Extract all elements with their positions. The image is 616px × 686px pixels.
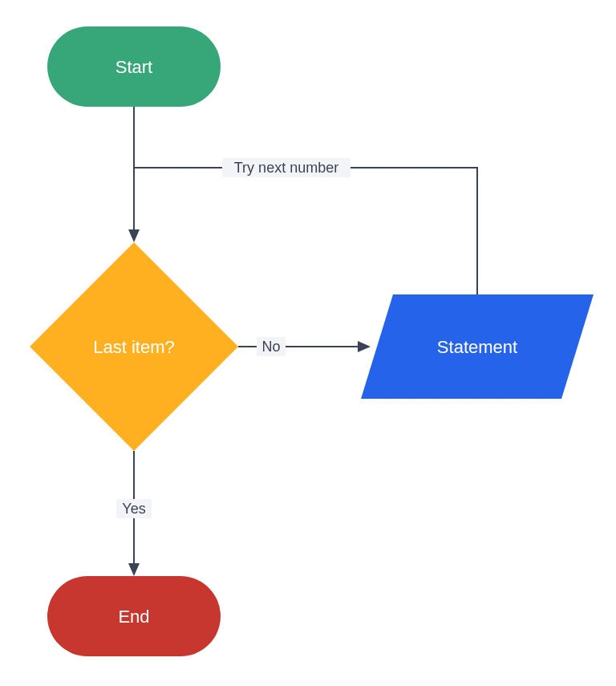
svg-marker-3 — [128, 563, 140, 576]
edge-label-yes: Yes — [122, 501, 145, 517]
edge-statement-to-decision: Try next number — [134, 158, 477, 294]
edge-start-to-decision — [128, 107, 140, 242]
node-decision: Last item? — [30, 242, 238, 451]
node-statement-label: Statement — [437, 337, 517, 357]
edge-label-no: No — [261, 339, 280, 355]
node-decision-label: Last item? — [93, 337, 175, 357]
node-start: Start — [47, 26, 221, 107]
node-end-label: End — [118, 607, 149, 627]
node-end: End — [47, 576, 221, 656]
edge-label-try-next: Try next number — [234, 160, 338, 176]
flowchart-diagram: No Yes Try next number Start Last item? … — [0, 0, 616, 686]
svg-marker-1 — [358, 341, 371, 352]
svg-marker-0 — [128, 229, 140, 242]
node-start-label: Start — [116, 57, 152, 77]
node-statement: Statement — [361, 294, 594, 399]
edge-decision-to-statement: No — [238, 337, 371, 356]
edge-decision-to-end: Yes — [116, 451, 152, 576]
